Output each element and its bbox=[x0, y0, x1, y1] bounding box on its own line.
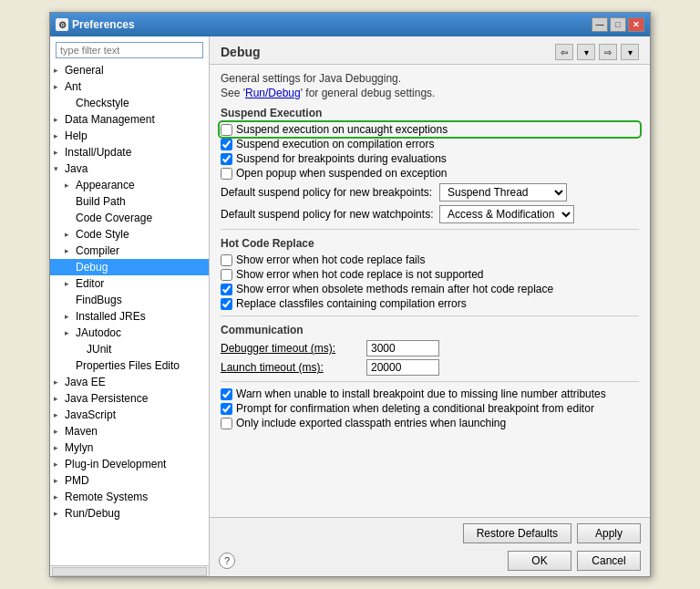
tree-label-java: Java bbox=[65, 162, 88, 175]
tree-arrow-install-update bbox=[54, 148, 63, 157]
tree-arrow-general bbox=[54, 66, 63, 75]
desc2-prefix: See ' bbox=[221, 87, 245, 99]
tree-arrow-help bbox=[54, 131, 63, 140]
tree-item-help[interactable]: Help bbox=[50, 128, 209, 144]
checkbox-show-not-supported-input[interactable] bbox=[221, 269, 232, 281]
forward-dropdown[interactable]: ▾ bbox=[621, 44, 639, 60]
tree-arrow-java-persistence bbox=[54, 394, 63, 403]
header-nav: ⇦ ▾ ⇨ ▾ bbox=[555, 44, 639, 60]
tree-area: GeneralAntCheckstyleData ManagementHelpI… bbox=[50, 62, 209, 565]
scrollbar-area bbox=[50, 565, 209, 576]
checkbox-show-error-fail-label: Show error when hot code replace fails bbox=[236, 253, 425, 266]
preferences-window: ⚙ Preferences — □ ✕ GeneralAntCheckstyle… bbox=[49, 12, 651, 577]
tree-item-editor[interactable]: Editor bbox=[50, 275, 209, 292]
tree-item-remote-systems[interactable]: Remote Systems bbox=[50, 489, 209, 505]
dropdown-breakpoints-select[interactable]: Suspend Thread Suspend VM bbox=[439, 183, 567, 202]
tree-label-pmd: PMD bbox=[65, 474, 89, 487]
checkbox-prompt-conditional-input[interactable] bbox=[221, 403, 232, 415]
launch-timeout-row: Launch timeout (ms): bbox=[221, 359, 639, 376]
checkbox-show-not-supported: Show error when hot code replace is not … bbox=[221, 268, 639, 281]
checkbox-suspend-compile-input[interactable] bbox=[221, 139, 232, 150]
checkbox-suspend-uncaught-input[interactable] bbox=[221, 124, 232, 136]
tree-arrow-data-management bbox=[54, 115, 63, 124]
debugger-timeout-input[interactable] bbox=[366, 340, 439, 356]
panel-title: Debug bbox=[221, 45, 261, 59]
checkbox-show-error-fail-input[interactable] bbox=[221, 254, 232, 266]
tree-item-junit[interactable]: JUnit bbox=[50, 341, 209, 357]
tree-item-java-persistence[interactable]: Java Persistence bbox=[50, 390, 209, 407]
checkbox-show-obsolete-input[interactable] bbox=[221, 284, 232, 295]
tree-label-checkstyle: Checkstyle bbox=[76, 97, 129, 109]
tree-item-findbugs[interactable]: FindBugs bbox=[50, 292, 209, 308]
nav-dropdown[interactable]: ▾ bbox=[577, 44, 595, 60]
checkbox-suspend-uncaught: Suspend execution on uncaught exceptions bbox=[221, 123, 639, 136]
checkbox-open-popup-input[interactable] bbox=[221, 168, 232, 180]
checkbox-show-not-supported-label: Show error when hot code replace is not … bbox=[236, 268, 484, 281]
horizontal-scrollbar[interactable] bbox=[52, 567, 207, 576]
tree-item-appearance[interactable]: Appearance bbox=[50, 177, 209, 193]
checkbox-show-obsolete: Show error when obsolete methods remain … bbox=[221, 283, 639, 295]
checkbox-replace-classfiles: Replace classfiles containing compilatio… bbox=[221, 297, 639, 310]
dropdown-row-breakpoints: Default suspend policy for new breakpoin… bbox=[221, 183, 639, 202]
tree-item-java[interactable]: Java bbox=[50, 160, 209, 177]
forward-button[interactable]: ⇨ bbox=[599, 44, 617, 60]
tree-item-data-management[interactable]: Data Management bbox=[50, 111, 209, 128]
tree-item-ant[interactable]: Ant bbox=[50, 78, 209, 95]
help-button[interactable]: ? bbox=[219, 553, 235, 569]
tree-item-maven[interactable]: Maven bbox=[50, 423, 209, 439]
tree-item-build-path[interactable]: Build Path bbox=[50, 193, 209, 210]
tree-item-plug-in-development[interactable]: Plug-in Development bbox=[50, 456, 209, 472]
tree-arrow-maven bbox=[54, 427, 63, 436]
titlebar-buttons: — □ ✕ bbox=[592, 17, 644, 32]
ok-button[interactable]: OK bbox=[508, 551, 571, 571]
maximize-button[interactable]: □ bbox=[610, 17, 626, 32]
tree-item-install-update[interactable]: Install/Update bbox=[50, 144, 209, 160]
apply-button[interactable]: Apply bbox=[577, 523, 641, 543]
tree-arrow-compiler bbox=[65, 246, 74, 255]
checkbox-warn-breakpoint-label: Warn when unable to install breakpoint d… bbox=[236, 388, 606, 400]
tree-item-pmd[interactable]: PMD bbox=[50, 472, 209, 489]
tree-item-checkstyle[interactable]: Checkstyle bbox=[50, 95, 209, 111]
checkbox-warn-breakpoint: Warn when unable to install breakpoint d… bbox=[221, 388, 639, 400]
tree-item-javascript[interactable]: JavaScript bbox=[50, 407, 209, 423]
tree-item-compiler[interactable]: Compiler bbox=[50, 243, 209, 259]
tree-item-code-style[interactable]: Code Style bbox=[50, 226, 209, 243]
tree-arrow-mylyn bbox=[54, 443, 63, 452]
minimize-button[interactable]: — bbox=[592, 17, 608, 32]
tree-item-code-coverage[interactable]: Code Coverage bbox=[50, 210, 209, 226]
tree-arrow-remote-systems bbox=[54, 492, 63, 501]
close-button[interactable]: ✕ bbox=[628, 17, 644, 32]
tree-item-jautodoc[interactable]: JAutodoc bbox=[50, 325, 209, 341]
tree-item-java-ee[interactable]: Java EE bbox=[50, 374, 209, 390]
dropdown-watchpoints-select[interactable]: Access & Modification Access Modificatio… bbox=[439, 205, 574, 223]
tree-item-properties-editor[interactable]: Properties Files Edito bbox=[50, 357, 209, 374]
tree-arrow-pmd bbox=[54, 476, 63, 485]
filter-input[interactable] bbox=[56, 42, 203, 58]
tree-item-debug[interactable]: Debug bbox=[50, 259, 209, 275]
divider2 bbox=[221, 315, 639, 316]
tree-label-help: Help bbox=[65, 129, 88, 142]
checkbox-warn-breakpoint-input[interactable] bbox=[221, 388, 232, 400]
tree-item-installed-jres[interactable]: Installed JREs bbox=[50, 308, 209, 325]
back-button[interactable]: ⇦ bbox=[555, 44, 573, 60]
right-panel: Debug ⇦ ▾ ⇨ ▾ General settings for Java … bbox=[210, 36, 650, 576]
window-icon: ⚙ bbox=[56, 18, 68, 31]
tree-item-general[interactable]: General bbox=[50, 62, 209, 78]
launch-timeout-input[interactable] bbox=[366, 359, 439, 376]
launch-timeout-label: Launch timeout (ms): bbox=[221, 361, 366, 374]
checkbox-suspend-breakpoints-input[interactable] bbox=[221, 153, 232, 165]
cancel-button[interactable]: Cancel bbox=[577, 551, 641, 571]
run-debug-link[interactable]: Run/Debug bbox=[245, 87, 301, 99]
tree-item-mylyn[interactable]: Mylyn bbox=[50, 439, 209, 456]
checkbox-replace-classfiles-input[interactable] bbox=[221, 298, 232, 310]
tree-label-findbugs: FindBugs bbox=[76, 294, 122, 306]
dropdown-watchpoints-label: Default suspend policy for new watchpoin… bbox=[221, 208, 439, 221]
checkbox-open-popup-label: Open popup when suspended on exception bbox=[236, 167, 448, 180]
tree-label-java-persistence: Java Persistence bbox=[65, 392, 148, 405]
tree-label-build-path: Build Path bbox=[76, 195, 126, 208]
checkbox-only-exported-input[interactable] bbox=[221, 418, 232, 429]
tree-item-run-debug[interactable]: Run/Debug bbox=[50, 505, 209, 522]
restore-defaults-button[interactable]: Restore Defaults bbox=[463, 523, 571, 543]
tree-label-installed-jres: Installed JREs bbox=[76, 310, 146, 323]
tree-label-install-update: Install/Update bbox=[65, 146, 131, 159]
